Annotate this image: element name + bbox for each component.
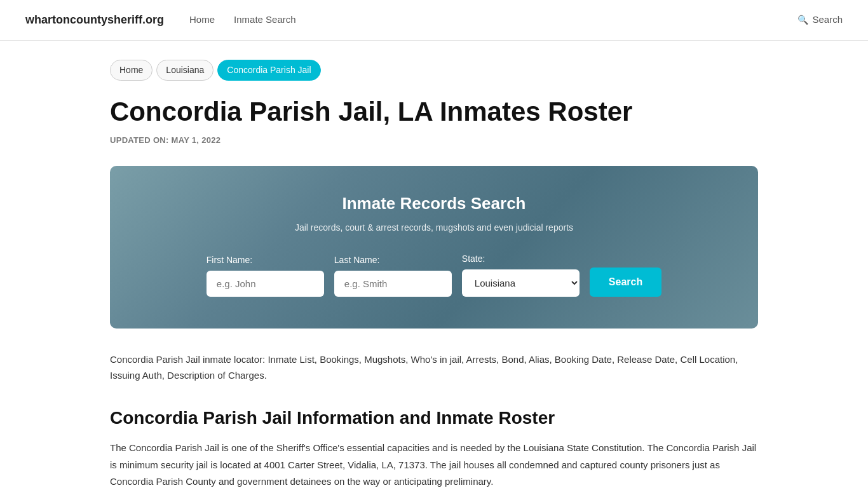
header-search-button[interactable]: 🔍 Search	[797, 13, 843, 27]
search-box-title: Inmate Records Search	[148, 191, 720, 216]
nav-home[interactable]: Home	[189, 13, 215, 27]
first-name-group: First Name:	[207, 254, 324, 297]
last-name-label: Last Name:	[334, 254, 380, 267]
breadcrumb-louisiana[interactable]: Louisiana	[156, 60, 214, 81]
section-heading: Concordia Parish Jail Information and In…	[110, 407, 758, 430]
breadcrumb-current[interactable]: Concordia Parish Jail	[217, 60, 320, 81]
state-label: State:	[462, 252, 485, 266]
updated-on: UPDATED ON: MAY 1, 2022	[110, 134, 758, 147]
first-name-label: First Name:	[207, 254, 252, 267]
breadcrumb: Home Louisiana Concordia Parish Jail	[110, 60, 758, 81]
last-name-group: Last Name:	[334, 254, 452, 297]
inmate-locator-description: Concordia Parish Jail inmate locator: In…	[110, 351, 758, 384]
state-group: State: AlabamaAlaskaArizonaArkansasCalif…	[462, 252, 580, 297]
updated-prefix: UPDATED ON:	[110, 135, 169, 145]
first-name-input[interactable]	[207, 271, 324, 297]
page-title: Concordia Parish Jail, LA Inmates Roster	[110, 96, 758, 128]
nav-inmate-search[interactable]: Inmate Search	[234, 13, 296, 27]
header-left: whartoncountysheriff.org Home Inmate Sea…	[25, 11, 296, 29]
main-content: Home Louisiana Concordia Parish Jail Con…	[85, 41, 783, 488]
site-logo[interactable]: whartoncountysheriff.org	[25, 11, 164, 29]
breadcrumb-home[interactable]: Home	[110, 60, 153, 81]
search-icon: 🔍	[797, 13, 808, 27]
search-box-subtitle: Jail records, court & arrest records, mu…	[148, 221, 720, 234]
search-button[interactable]: Search	[590, 268, 661, 297]
section-body: The Concordia Parish Jail is one of the …	[110, 440, 758, 488]
last-name-input[interactable]	[334, 271, 452, 297]
header-search-label: Search	[812, 13, 843, 27]
site-header: whartoncountysheriff.org Home Inmate Sea…	[0, 0, 868, 41]
main-nav: Home Inmate Search	[189, 13, 296, 27]
search-form: First Name: Last Name: State: AlabamaAla…	[148, 252, 720, 297]
inmate-search-box: Inmate Records Search Jail records, cour…	[110, 166, 758, 329]
state-select[interactable]: AlabamaAlaskaArizonaArkansasCaliforniaCo…	[462, 269, 580, 297]
updated-date: MAY 1, 2022	[172, 135, 221, 145]
